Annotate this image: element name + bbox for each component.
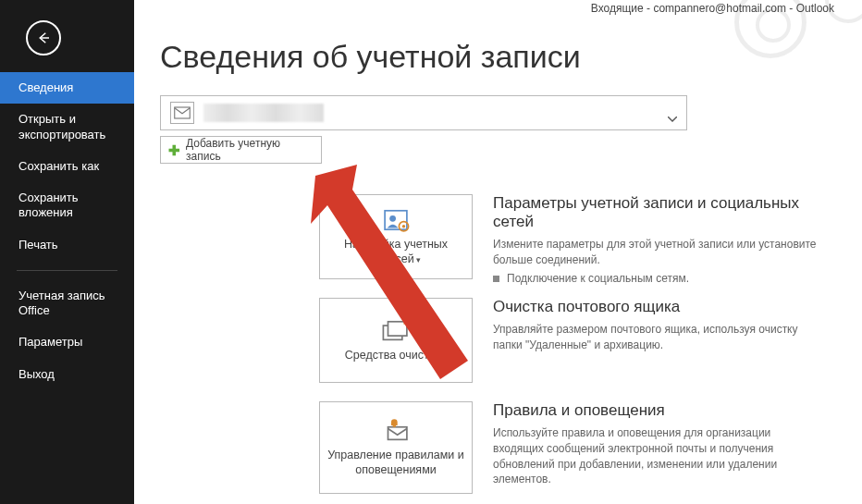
sidebar-divider: [17, 270, 117, 271]
cleanup-icon: [380, 317, 412, 345]
cleanup-tools-tile[interactable]: Средства очистки▾: [319, 298, 473, 383]
bullet-icon: [493, 276, 499, 282]
rules-section-desc: Используйте правила и оповещения для орг…: [493, 425, 819, 487]
add-account-label: Добавить учетную запись: [186, 137, 314, 163]
main-panel: Сведения об учетной записи ✚ Добавить уч…: [134, 0, 862, 504]
add-account-button[interactable]: ✚ Добавить учетную запись: [160, 136, 322, 164]
tile-label: Управление правилами и оповещениями: [327, 449, 464, 476]
sidebar-item-info[interactable]: Сведения: [0, 72, 134, 104]
account-section-title: Параметры учетной записи и социальных се…: [493, 194, 819, 231]
svg-rect-7: [388, 427, 407, 440]
sidebar-item-label: Сохранить как: [18, 159, 99, 173]
sidebar-item-exit[interactable]: Выход: [0, 359, 134, 390]
account-settings-icon: [380, 206, 412, 234]
account-section-desc: Измените параметры для этой учетной запи…: [493, 237, 819, 268]
sidebar-item-office-account[interactable]: Учетная запись Office: [0, 280, 134, 327]
chevron-down-icon: [668, 109, 677, 126]
sidebar-item-open-export[interactable]: Открыть и экспортировать: [0, 104, 134, 151]
svg-point-12: [402, 225, 405, 227]
rules-section-title: Правила и оповещения: [493, 401, 819, 420]
sidebar-item-label: Сведения: [18, 80, 73, 94]
chevron-down-icon: ▾: [416, 255, 421, 264]
chevron-down-icon: ▾: [442, 351, 447, 361]
page-title: Сведения об учетной записи: [160, 39, 834, 75]
cleanup-section-desc: Управляйте размером почтового ящика, исп…: [493, 322, 819, 353]
account-settings-tile[interactable]: Настройка учетных записей▾: [319, 194, 473, 279]
sidebar-item-label: Учетная запись Office: [18, 289, 105, 317]
arrow-left-icon: [35, 30, 52, 46]
sidebar-item-print[interactable]: Печать: [0, 229, 134, 261]
social-connect-link[interactable]: Подключение к социальным сетям.: [493, 272, 819, 285]
tile-label: Средства очистки: [345, 349, 440, 362]
account-email-redacted: [203, 104, 324, 122]
svg-rect-8: [393, 425, 396, 427]
sidebar-item-label: Выход: [18, 367, 55, 381]
sidebar-item-save-as[interactable]: Сохранить как: [0, 151, 134, 182]
bullet-label: Подключение к социальным сетям.: [507, 272, 689, 285]
svg-point-10: [389, 215, 396, 222]
mail-account-icon: [170, 102, 194, 124]
sidebar-item-options[interactable]: Параметры: [0, 326, 134, 358]
sidebar-item-label: Открыть и экспортировать: [18, 112, 105, 141]
rules-alerts-tile[interactable]: Управление правилами и оповещениями: [319, 401, 473, 494]
sidebar-item-save-attachments[interactable]: Сохранить вложения: [0, 182, 134, 229]
sidebar-item-label: Параметры: [18, 335, 82, 349]
rules-icon: [380, 417, 412, 445]
back-button[interactable]: [26, 20, 61, 55]
cleanup-section-title: Очистка почтового ящика: [493, 298, 819, 316]
plus-icon: ✚: [168, 143, 180, 157]
sidebar-item-label: Сохранить вложения: [18, 191, 79, 219]
tile-label: Настройка учетных записей: [344, 238, 448, 265]
sidebar-item-label: Печать: [18, 238, 58, 252]
backstage-sidebar: Сведения Открыть и экспортировать Сохран…: [0, 0, 134, 504]
account-selector[interactable]: [160, 95, 687, 130]
svg-rect-0: [175, 107, 191, 118]
